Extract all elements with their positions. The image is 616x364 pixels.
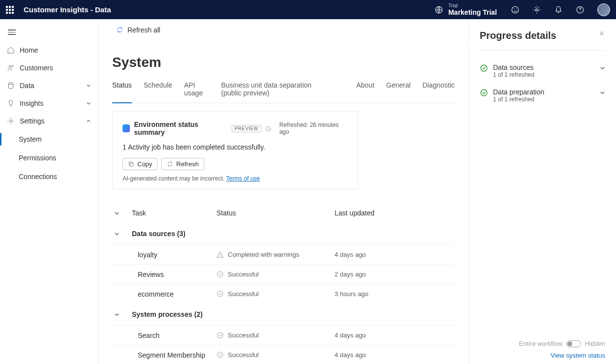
ai-disclaimer: AI-generated content may be incorrect. T… — [123, 175, 348, 182]
copy-label: Copy — [137, 160, 152, 168]
feedback-icon[interactable] — [511, 5, 520, 14]
terms-link[interactable]: Terms of use — [226, 175, 260, 182]
nav-system[interactable]: System — [0, 130, 98, 149]
chevron-down-icon[interactable] — [114, 211, 120, 216]
svg-point-10 — [10, 120, 12, 122]
check-circle-icon — [216, 271, 224, 278]
main-content: Refresh all System Status Schedule API u… — [98, 19, 468, 364]
nav-insights-label: Insights — [20, 99, 86, 107]
table-row[interactable]: Search Successful 4 days ago — [112, 325, 455, 345]
svg-point-6 — [580, 11, 580, 12]
environment-switcher[interactable]: Trial Marketing Trial — [434, 3, 497, 17]
refresh-button[interactable]: Refresh — [161, 158, 204, 170]
row-status: Successful — [216, 271, 335, 278]
nav-data[interactable]: Data — [0, 77, 98, 94]
success-icon — [480, 89, 488, 97]
refresh-icon — [116, 26, 123, 33]
card-body: 1 Activity job has been completed succes… — [123, 143, 348, 151]
nav-data-label: Data — [20, 82, 86, 90]
table-group[interactable]: Data sources (3) — [112, 223, 455, 244]
nav-home[interactable]: Home — [0, 41, 98, 59]
nav-insights[interactable]: Insights — [0, 94, 98, 112]
trial-name: Marketing Trial — [448, 8, 497, 16]
page-tabs: Status Schedule API usage Business unit … — [112, 76, 455, 103]
check-circle-icon — [216, 290, 224, 298]
refresh-label: Refresh — [176, 160, 199, 168]
environment-icon — [434, 5, 443, 14]
group-label: System processes (2) — [132, 310, 216, 318]
svg-point-2 — [514, 8, 515, 9]
row-status: Successful — [216, 332, 335, 339]
refresh-all-label: Refresh all — [127, 26, 160, 34]
row-task: ecommerce — [132, 290, 216, 298]
chevron-down-icon — [86, 83, 91, 88]
close-icon[interactable] — [598, 30, 605, 37]
svg-point-8 — [12, 65, 13, 67]
chevron-down-icon — [600, 90, 605, 95]
row-updated: 4 days ago — [335, 251, 453, 258]
table-row[interactable]: Reviews Successful 2 days ago — [112, 264, 455, 284]
svg-point-18 — [481, 90, 487, 96]
tab-api-usage[interactable]: API usage — [184, 76, 209, 103]
tab-status[interactable]: Status — [112, 76, 132, 103]
nav-connections-label: Connections — [19, 173, 57, 181]
progress-item[interactable]: Data sources 1 of 1 refreshed — [480, 59, 605, 83]
copy-button[interactable]: Copy — [123, 158, 157, 170]
svg-point-15 — [217, 333, 223, 338]
nav-customers-label: Customers — [20, 64, 91, 72]
row-task: Segment Membership — [132, 351, 216, 359]
sidebar-toggle[interactable] — [0, 23, 98, 41]
row-task: loyalty — [132, 251, 216, 259]
notifications-icon[interactable] — [554, 5, 563, 14]
data-icon — [7, 82, 15, 90]
status-table: Task Status Last updated Data sources (3… — [112, 203, 455, 364]
info-icon[interactable] — [265, 125, 272, 132]
tab-schedule[interactable]: Schedule — [144, 76, 172, 103]
page-title: System — [112, 55, 455, 70]
tab-about[interactable]: About — [356, 76, 374, 103]
warning-icon — [216, 251, 224, 258]
row-status: Completed with warnings — [216, 251, 335, 258]
chevron-up-icon — [86, 119, 91, 123]
row-updated: 3 hours ago — [335, 290, 453, 298]
tab-general[interactable]: General — [386, 76, 411, 103]
svg-point-9 — [8, 83, 13, 85]
tab-diagnostic[interactable]: Diagnostic — [423, 76, 455, 103]
table-group[interactable]: System processes (2) — [112, 303, 455, 325]
table-row[interactable]: loyalty Completed with warnings 4 days a… — [112, 244, 455, 264]
svg-point-16 — [217, 352, 223, 358]
view-system-status-link[interactable]: View system status — [551, 352, 605, 359]
svg-rect-12 — [130, 163, 133, 166]
settings-icon[interactable] — [532, 5, 541, 14]
help-icon[interactable] — [576, 5, 585, 14]
nav-system-label: System — [19, 135, 42, 143]
chevron-down-icon — [600, 65, 605, 71]
nav-settings[interactable]: Settings — [0, 112, 98, 130]
row-updated: 4 days ago — [335, 332, 453, 339]
col-task: Task — [132, 209, 216, 217]
nav-customers[interactable]: Customers — [0, 59, 98, 77]
progress-name: Data preparation — [493, 88, 595, 96]
progress-item[interactable]: Data preparation 1 of 1 refreshed — [480, 83, 605, 108]
nav-connections[interactable]: Connections — [0, 167, 98, 186]
refresh-icon — [167, 161, 173, 167]
row-task: Search — [132, 332, 216, 339]
workflow-toggle[interactable] — [566, 340, 581, 347]
app-launcher-icon[interactable] — [6, 6, 14, 14]
user-avatar[interactable] — [597, 3, 610, 16]
refresh-all-button[interactable]: Refresh all — [112, 23, 164, 37]
svg-point-4 — [536, 8, 538, 11]
table-row[interactable]: ecommerce Successful 3 hours ago — [112, 284, 455, 303]
nav-permissions-label: Permissions — [19, 154, 56, 162]
trial-label: Trial — [448, 3, 497, 9]
preview-badge: PREVIEW — [232, 125, 261, 132]
tab-business-unit[interactable]: Business unit data separation (public pr… — [221, 76, 333, 103]
row-status: Successful — [216, 351, 335, 359]
svg-point-3 — [516, 8, 517, 9]
table-header: Task Status Last updated — [112, 203, 455, 223]
refreshed-label: Refreshed: 26 minutes ago — [279, 121, 348, 135]
nav-permissions[interactable]: Permissions — [0, 149, 98, 167]
status-summary-card: Environment status summary PREVIEW Refre… — [112, 111, 358, 189]
svg-point-13 — [217, 272, 223, 277]
table-row[interactable]: Segment Membership Successful 4 days ago — [112, 345, 455, 364]
